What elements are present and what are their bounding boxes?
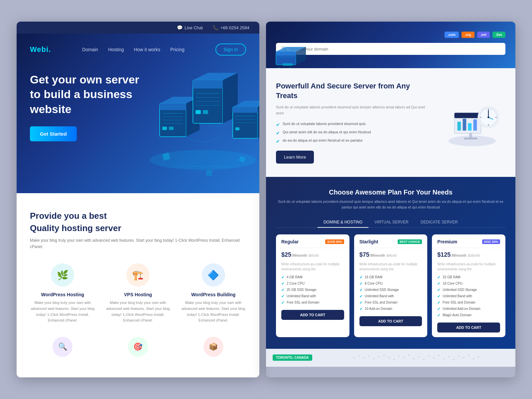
nav-domain[interactable]: Domain <box>82 47 98 53</box>
svg-point-82 <box>468 355 469 356</box>
card-desc-regular: Write infrastructure-as-code for multipl… <box>276 262 349 275</box>
svg-point-72 <box>418 356 419 357</box>
phone-number: +66 0254 2584 <box>220 25 249 30</box>
svg-rect-22 <box>233 107 258 113</box>
card-desc-premium: Write infrastructure-as-code for multipl… <box>432 262 505 275</box>
card-header-regular: Regular SAVE 50% <box>276 234 349 248</box>
cf-storage: ✔25 GB SSD Storage <box>281 288 344 292</box>
svg-point-75 <box>433 357 434 358</box>
card-name-starlight: Starlight <box>359 239 378 244</box>
cf-ssl-s: ✔Free SSL and Domain <box>359 300 422 305</box>
more-features: 🔍 🎯 📦 <box>30 337 246 361</box>
tab-domine-hosting[interactable]: DOMINE & HOSTING <box>318 217 368 228</box>
cf-band: ✔Unlimited Band with <box>281 294 344 299</box>
svg-point-61 <box>363 357 364 358</box>
svg-point-52 <box>487 116 489 118</box>
svg-rect-31 <box>206 170 213 177</box>
secure-desc: Sunt do ut voluptate laboris provident e… <box>276 104 432 116</box>
check-item-2: ✔ Qui amet anim elit do ea do aliqua et … <box>276 130 432 136</box>
svg-rect-45 <box>463 119 466 131</box>
check-list: ✔ Sunt do ut voluptate laboris provident… <box>276 122 432 144</box>
add-to-cart-starlight[interactable]: ADD TO CART <box>359 316 422 326</box>
get-started-button[interactable]: Get Started <box>30 126 77 141</box>
card-features-starlight: ✔16 GB RAM ✔8 Core CPU ✔Unlimited SSD St… <box>354 275 428 316</box>
pricing-title: Choose Awesome Plan For Your Needs <box>276 189 505 196</box>
svg-point-77 <box>443 358 444 359</box>
nav-hosting[interactable]: Hosting <box>108 47 124 53</box>
tag-com: .com <box>445 32 459 38</box>
price-main-regular: $25.99/month <box>281 251 307 258</box>
cf-ssl: ✔Free SSL and Domain <box>281 300 344 305</box>
card-price-premium: $125.99/month $250.00 <box>432 248 505 262</box>
tab-virtual-server[interactable]: VIRTUAL SERVER <box>368 217 414 228</box>
features-grid: 🌿 WordPress Hosting Make your blog truly… <box>30 263 246 323</box>
vps-hosting-desc: Make your blog truly your own with advan… <box>105 300 171 323</box>
hero-illustration <box>140 54 259 180</box>
wp-building-icon: 🔷 <box>202 263 225 287</box>
phone-icon: 📞 <box>213 25 218 30</box>
learn-more-button[interactable]: Learn More <box>276 151 314 164</box>
cf-storage-s: ✔Unlimited SSD Storage <box>359 288 422 292</box>
nav-pricing[interactable]: Pricing <box>170 47 185 53</box>
pricing-card-regular: Regular SAVE 50% $25.99/month $50.00 Wri… <box>276 234 349 337</box>
top-bar: 💬 Live Chat 📞 +66 0254 2584 <box>17 22 259 34</box>
live-chat-label: Live Chat <box>185 25 203 30</box>
secure-text: Powerfull And Secure Server from Any Tre… <box>276 81 432 163</box>
add-to-cart-regular[interactable]: ADD TO CART <box>281 310 344 320</box>
svg-point-63 <box>373 358 374 359</box>
domain-illustration: Keywords <box>273 42 323 68</box>
hero-section: Webi. Domain Hosting How it works Pricin… <box>17 34 259 193</box>
chat-icon: 💬 <box>177 25 183 30</box>
tag-org: .org <box>462 32 474 38</box>
svg-point-83 <box>473 358 474 359</box>
vps-hosting-title: VPS Hosting <box>105 292 171 297</box>
tab-dedicate-server[interactable]: DEDICATE SERVER <box>415 217 464 228</box>
svg-point-80 <box>458 355 459 357</box>
left-panel: 💬 Live Chat 📞 +66 0254 2584 Webi. Domain… <box>17 22 259 377</box>
svg-point-59 <box>353 357 354 358</box>
svg-rect-17 <box>196 110 201 114</box>
domain-section: .com .org .net .live Keywords <box>266 22 515 68</box>
svg-rect-47 <box>473 119 477 131</box>
check-item-3: ✔ do ea do aliqua et qui enim Nostrud et… <box>276 138 432 144</box>
svg-point-60 <box>358 355 359 357</box>
cf-addon-s: ✔10 Add-on Domain <box>359 307 422 311</box>
live-chat-item[interactable]: 💬 Live Chat <box>177 25 203 30</box>
cf-band-p: ✔Unlimited Band with <box>437 294 500 299</box>
svg-rect-8 <box>169 127 174 130</box>
check-icon-3: ✔ <box>276 139 280 144</box>
price-old-starlight: $80.00 <box>386 254 397 257</box>
card-features-premium: ✔32 GB RAM ✔16 Core CPU ✔Unlimited SSD S… <box>432 275 505 323</box>
cf-ram-p: ✔32 GB RAM <box>437 275 500 280</box>
svg-rect-46 <box>468 123 472 131</box>
cf-cpu-p: ✔16 Core CPU <box>437 281 500 286</box>
svg-rect-2 <box>160 103 186 110</box>
price-main-starlight: $75.99/month <box>359 251 385 258</box>
domain-tags: .com .org .net .live <box>276 32 505 38</box>
page-wrapper: 💬 Live Chat 📞 +66 0254 2584 Webi. Domain… <box>17 15 515 384</box>
feature-extra-3: 📦 <box>181 337 246 361</box>
price-old-premium: $250.00 <box>468 254 480 257</box>
extra-3-icon: 📦 <box>203 337 223 357</box>
nav-how-it-works[interactable]: How it works <box>134 47 160 53</box>
card-desc-starlight: Write infrastructure-as-code for multipl… <box>354 262 428 275</box>
phone-item[interactable]: 📞 +66 0254 2584 <box>213 25 249 30</box>
tag-net: .net <box>477 32 490 38</box>
check-icon-1: ✔ <box>276 122 280 127</box>
pricing-tabs: DOMINE & HOSTING VIRTUAL SERVER DEDICATE… <box>276 217 505 228</box>
cf-ram-s: ✔16 GB RAM <box>359 275 422 280</box>
svg-point-71 <box>413 358 414 359</box>
add-to-cart-premium[interactable]: ADD TO CART <box>437 323 500 332</box>
price-main-premium: $125.99/month <box>437 251 466 258</box>
vps-hosting-icon: 🏗️ <box>126 263 150 287</box>
svg-point-74 <box>428 355 429 357</box>
svg-point-84 <box>478 356 479 357</box>
svg-point-78 <box>448 356 449 357</box>
feature-wordpress-hosting: 🌿 WordPress Hosting Make your blog truly… <box>30 263 95 323</box>
wp-building-desc: Make your blog truly your own with advan… <box>181 300 246 323</box>
cf-ssl-p: ✔Free SSL and Domain <box>437 300 500 305</box>
svg-rect-57 <box>469 133 472 138</box>
svg-point-64 <box>378 356 379 357</box>
card-price-starlight: $75.99/month $80.00 <box>354 248 428 262</box>
cf-cpu: ✔2 Core CPU <box>281 281 344 286</box>
